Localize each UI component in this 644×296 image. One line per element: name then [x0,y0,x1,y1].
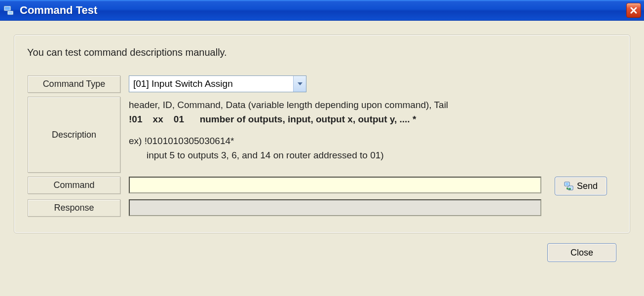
command-type-dropdown[interactable]: [01] Input Switch Assign [129,75,306,92]
svg-rect-1 [5,7,10,10]
client-area: You can test command descriptions manual… [0,21,644,272]
command-type-value: [01] Input Switch Assign [129,76,293,92]
close-button-label: Close [570,248,593,258]
send-button[interactable]: Send [555,177,607,195]
row-response: Response [27,199,617,217]
close-icon [630,6,638,14]
chevron-down-icon [293,76,306,92]
response-output [129,199,541,216]
command-input[interactable] [129,177,541,193]
row-description: Description header, ID, Command, Data (v… [27,96,617,173]
description-example: ex) !0101010305030614* [129,134,616,148]
description-example-detail: input 5 to outputs 3, 6, and 14 on route… [129,148,616,162]
description-text: header, ID, Command, Data (variable leng… [129,97,616,163]
label-command: Command [28,177,120,194]
titlebar: Command Test [0,0,644,21]
close-button[interactable]: Close [547,243,616,262]
group-box: You can test command descriptions manual… [14,35,630,233]
row-command-type: Command Type [01] Input Switch Assign [27,75,617,93]
close-window-button[interactable] [626,3,641,18]
footer-buttons: Close [14,233,630,262]
label-command-type: Command Type [28,75,120,93]
description-line2: !01 xx 01 number of outputs, input, outp… [129,112,616,126]
row-command: Command [27,176,617,196]
form-table: Command Type [01] Input Switch Assign De… [27,72,617,220]
svg-rect-5 [566,183,568,185]
send-icon [564,181,574,191]
description-line1: header, ID, Command, Data (variable leng… [129,98,616,112]
app-icon [3,4,15,16]
svg-rect-3 [8,12,12,14]
intro-text: You can test command descriptions manual… [27,47,617,58]
window-title: Command Test [20,4,626,17]
label-response: Response [28,199,120,217]
label-description: Description [28,97,120,173]
send-button-label: Send [577,181,598,191]
